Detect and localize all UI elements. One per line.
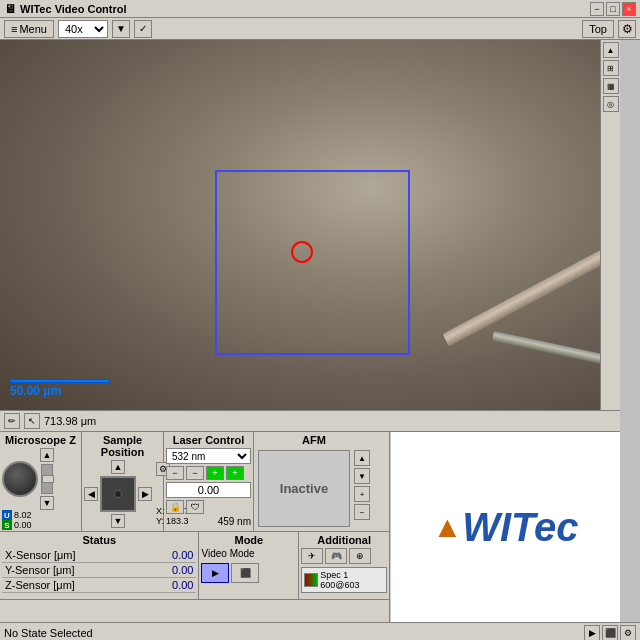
scale-line — [10, 379, 110, 383]
video-feed[interactable]: 50.00 μm — [0, 40, 620, 410]
y-sensor-value: 0.00 — [145, 563, 196, 578]
microscope-z-title: Microscope Z — [2, 434, 79, 446]
z-sensor-value: 0.00 — [145, 578, 196, 593]
app-icon: 🖥 — [4, 2, 16, 16]
video-area: 50.00 μm ▲ ⊞ ▦ ◎ — [0, 40, 620, 410]
mz-s-value: 0.00 — [14, 520, 32, 530]
microscope-z-panel: Microscope Z ▲ ▼ — [0, 432, 82, 531]
table-row: Y-Sensor [μm] 0.00 — [2, 563, 196, 578]
sample-position-title: Sample Position — [84, 434, 161, 458]
sp-dot — [114, 490, 122, 498]
crosshair-circle — [291, 241, 313, 263]
spec-color-bar — [304, 573, 318, 587]
vr-btn-3[interactable]: ▦ — [603, 78, 619, 94]
s-badge: S — [2, 520, 12, 530]
zoom-up-button[interactable]: ✓ — [134, 20, 152, 38]
witec-logo-text: WITec — [462, 505, 578, 550]
table-row: X-Sensor [μm] 0.00 — [2, 548, 196, 563]
mode-play-btn[interactable]: ▶ — [201, 563, 229, 583]
add-btn-2[interactable]: 🎮 — [325, 548, 347, 564]
laser-control-panel: Laser Control 532 nm 633 nm − − + + — [164, 432, 254, 531]
draw-btn[interactable]: ✏ — [4, 413, 20, 429]
mz-u-value: 8.02 — [14, 510, 32, 520]
z-slider-thumb[interactable] — [42, 475, 54, 483]
status-bar: No State Selected ▶ ⬛ ⚙ — [0, 622, 640, 640]
laser-value-display: 0.00 — [166, 482, 251, 498]
minimize-button[interactable]: − — [590, 2, 604, 16]
sp-right-btn[interactable]: ▶ — [138, 487, 152, 501]
witec-drop-icon: ▲ — [432, 510, 462, 544]
afm-inactive-display: Inactive — [258, 450, 350, 527]
x-sensor-label: X-Sensor [μm] — [2, 548, 145, 563]
mode-title: Mode — [201, 534, 296, 546]
top-button[interactable]: Top — [582, 20, 614, 38]
wavelength-select[interactable]: 532 nm 633 nm — [166, 448, 251, 464]
add-btn-3[interactable]: ⊕ — [349, 548, 371, 564]
vr-btn-1[interactable]: ▲ — [603, 42, 619, 58]
spec-value: 600@603 — [320, 580, 359, 590]
laser-minus2-btn[interactable]: − — [186, 466, 204, 480]
afm-btn-2[interactable]: ▼ — [354, 468, 370, 484]
settings-button[interactable]: ⚙ — [618, 20, 636, 38]
additional-title: Additional — [301, 534, 387, 546]
menu-button[interactable]: ≡ Menu — [4, 20, 54, 38]
sample-position-panel: Sample Position ▲ ◀ ▶ — [82, 432, 164, 531]
play-button[interactable]: ▶ — [584, 625, 600, 641]
hamburger-icon: ≡ — [11, 23, 17, 35]
mode-label: Video Mode — [201, 548, 296, 559]
mode-panel: Mode Video Mode ▶ ⬛ — [199, 532, 299, 599]
video-right-panel: ▲ ⊞ ▦ ◎ — [600, 40, 620, 410]
vr-btn-2[interactable]: ⊞ — [603, 60, 619, 76]
zoom-down-button[interactable]: ▼ — [112, 20, 130, 38]
z-sensor-label: Z-Sensor [μm] — [2, 578, 145, 593]
stop-button[interactable]: ⬛ — [602, 625, 618, 641]
x-sensor-value: 0.00 — [145, 548, 196, 563]
mode-stop-btn[interactable]: ⬛ — [231, 563, 259, 583]
window-title: WITec Video Control — [20, 3, 127, 15]
laser-shield-btn[interactable]: 🛡 — [186, 500, 204, 514]
title-bar: 🖥 WITec Video Control − □ × — [0, 0, 640, 18]
afm-title: AFM — [256, 434, 372, 446]
needle1 — [442, 231, 620, 347]
laser-lock-btn[interactable]: 🔒 — [166, 500, 184, 514]
sp-position-square — [100, 476, 136, 512]
z-knob[interactable] — [2, 461, 38, 497]
z-up-btn[interactable]: ▲ — [40, 448, 54, 462]
laser-nm-label: 459 nm — [166, 516, 251, 527]
laser-minus-btn[interactable]: − — [166, 466, 184, 480]
afm-btn-1[interactable]: ▲ — [354, 450, 370, 466]
vr-btn-4[interactable]: ◎ — [603, 96, 619, 112]
laser-plus2-btn[interactable]: + — [226, 466, 244, 480]
status-bar-text: No State Selected — [4, 627, 93, 639]
scale-label: 50.00 μm — [10, 384, 61, 398]
add-btn-1[interactable]: ✈ — [301, 548, 323, 564]
status-title: Status — [2, 534, 196, 546]
gear-settings-button[interactable]: ⚙ — [620, 625, 636, 641]
y-sensor-label: Y-Sensor [μm] — [2, 563, 145, 578]
position-label: 713.98 μm — [44, 415, 96, 427]
witec-logo-area: ▲ WITec — [390, 432, 620, 622]
afm-btn-4[interactable]: − — [354, 504, 370, 520]
sp-left-btn[interactable]: ◀ — [84, 487, 98, 501]
additional-panel: Additional ✈ 🎮 ⊕ Spec 1 — [299, 532, 389, 599]
spec-label: Spec 1 — [320, 570, 359, 580]
table-row: Z-Sensor [μm] 0.00 — [2, 578, 196, 593]
sp-y-label: Y: — [156, 516, 164, 526]
laser-control-title: Laser Control — [166, 434, 251, 446]
close-button[interactable]: × — [622, 2, 636, 16]
status-table: X-Sensor [μm] 0.00 Y-Sensor [μm] 0.00 Z-… — [2, 548, 196, 593]
main-toolbar: ≡ Menu 40x 10x 20x 100x ▼ ✓ Top ⚙ — [0, 18, 640, 40]
afm-btn-3[interactable]: + — [354, 486, 370, 502]
sp-down-btn[interactable]: ▼ — [111, 514, 125, 528]
afm-panel: AFM Inactive ▲ ▼ + − — [254, 432, 374, 531]
sp-up-btn[interactable]: ▲ — [111, 460, 125, 474]
laser-plus-btn[interactable]: + — [206, 466, 224, 480]
scan-rectangle[interactable] — [215, 170, 410, 355]
cursor-btn[interactable]: ↖ — [24, 413, 40, 429]
zoom-select[interactable]: 40x 10x 20x 100x — [58, 20, 108, 38]
status-panel: Status X-Sensor [μm] 0.00 Y-Sensor [μm] … — [0, 532, 199, 599]
z-down-btn[interactable]: ▼ — [40, 496, 54, 510]
bottom-panels: Microscope Z ▲ ▼ — [0, 432, 620, 622]
video-bottom-bar: ✏ ↖ 713.98 μm — [0, 410, 620, 432]
maximize-button[interactable]: □ — [606, 2, 620, 16]
